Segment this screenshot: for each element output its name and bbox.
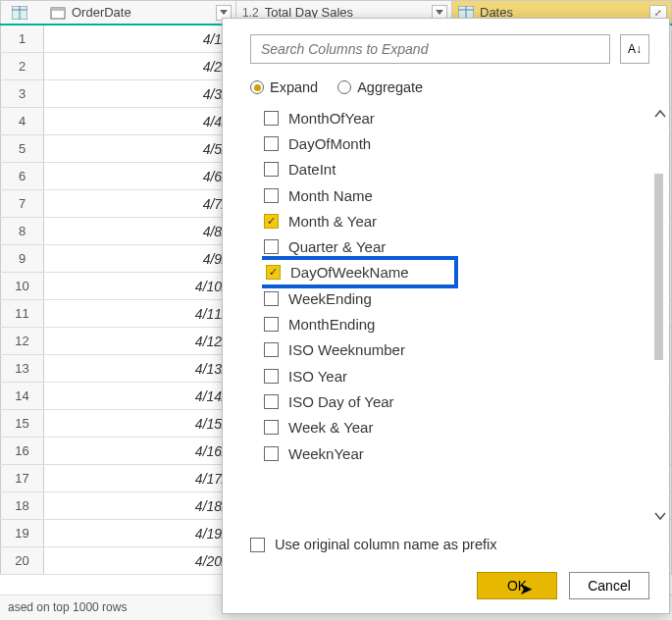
cell-orderdate: 4/5/: [44, 135, 236, 162]
checkbox-icon: [264, 420, 279, 435]
radio-aggregate[interactable]: Aggregate: [337, 79, 423, 95]
radio-label: Expand: [270, 79, 318, 95]
column-option[interactable]: ISO Day of Year: [262, 388, 638, 414]
row-number: 10: [0, 273, 44, 299]
cell-orderdate: 4/16/: [44, 438, 236, 464]
column-option-label: DateInt: [288, 161, 336, 178]
row-number: 15: [0, 410, 44, 437]
row-number: 6: [0, 163, 44, 189]
cancel-label: Cancel: [588, 578, 631, 594]
column-option-label: ISO Year: [288, 368, 347, 385]
checkbox-icon: [264, 446, 279, 461]
row-number: 4: [0, 108, 44, 134]
checkbox-icon: [264, 369, 279, 384]
column-option-label: MonthEnding: [288, 316, 375, 333]
cancel-button[interactable]: Cancel: [569, 572, 649, 599]
cell-orderdate: 4/3/: [44, 80, 236, 107]
ok-label: OK: [507, 578, 527, 594]
highlighted-option: DayOfWeekName: [262, 256, 458, 288]
cell-orderdate: 4/10/: [44, 273, 236, 299]
ok-button[interactable]: OK ➤: [477, 572, 557, 599]
column-option[interactable]: DateInt: [262, 157, 638, 182]
cell-orderdate: 4/13/: [44, 355, 236, 382]
cell-orderdate: 4/1/: [44, 26, 236, 52]
radio-expand[interactable]: Expand: [250, 79, 318, 95]
cell-orderdate: 4/6/: [44, 163, 236, 189]
column-option-label: Month Name: [288, 187, 373, 204]
row-number: 8: [0, 218, 44, 244]
checkbox-icon: [264, 291, 279, 306]
svg-rect-4: [51, 8, 65, 11]
cell-orderdate: 4/8/: [44, 218, 236, 244]
column-option-label: WeekEnding: [288, 290, 372, 307]
column-option[interactable]: DayOfWeekName: [262, 260, 638, 285]
column-option-label: DayOfMonth: [288, 135, 371, 152]
prefix-checkbox[interactable]: [250, 538, 265, 552]
scrollbar[interactable]: [651, 105, 669, 525]
row-number: 17: [0, 465, 44, 491]
sort-az-icon: A↓: [628, 42, 642, 56]
column-option-label: Month & Year: [288, 213, 377, 230]
cell-orderdate: 4/17/: [44, 465, 236, 491]
table-icon: [12, 6, 27, 20]
row-number: 14: [0, 383, 44, 409]
column-option[interactable]: Month & Year: [262, 208, 638, 233]
cell-orderdate: 4/14/: [44, 383, 236, 409]
checkbox-icon: [264, 111, 279, 126]
row-number: 20: [0, 547, 44, 574]
row-number: 18: [0, 492, 44, 519]
expand-columns-popup: A↓ Expand Aggregate MonthOfYearDayOfMont…: [222, 18, 670, 614]
row-number: 1: [0, 26, 44, 52]
cell-orderdate: 4/18/: [44, 492, 236, 519]
column-header-label: OrderDate: [72, 5, 131, 20]
status-text: ased on top 1000 rows: [8, 600, 127, 614]
row-number: 7: [0, 190, 44, 217]
search-input[interactable]: [250, 34, 610, 64]
cell-orderdate: 4/19/: [44, 520, 236, 546]
radio-label: Aggregate: [357, 79, 423, 95]
column-option-label: ISO Day of Year: [288, 393, 394, 410]
column-option-label: MonthOfYear: [288, 110, 375, 127]
row-number: 12: [0, 328, 44, 354]
checkbox-icon: [264, 342, 279, 357]
row-number: 19: [0, 520, 44, 546]
cell-orderdate: 4/11/: [44, 300, 236, 327]
cell-orderdate: 4/15/: [44, 410, 236, 437]
radio-icon: [337, 80, 351, 94]
column-header-orderdate[interactable]: OrderDate: [44, 1, 236, 24]
cell-orderdate: 4/9/: [44, 245, 236, 272]
scroll-down-icon[interactable]: [651, 507, 669, 525]
row-number: 11: [0, 300, 44, 327]
row-gutter-header[interactable]: [0, 1, 44, 24]
column-option-label: Quarter & Year: [288, 238, 386, 255]
column-list: MonthOfYearDayOfMonthDateIntMonth NameMo…: [262, 105, 651, 525]
scroll-up-icon[interactable]: [651, 105, 669, 123]
cell-orderdate: 4/2/: [44, 53, 236, 79]
column-option[interactable]: MonthOfYear: [262, 105, 638, 130]
calendar-icon: [50, 6, 66, 20]
column-option[interactable]: Month Name: [262, 182, 638, 208]
scroll-thumb[interactable]: [654, 174, 663, 360]
checkbox-icon: [264, 136, 279, 151]
column-option-label: DayOfWeekName: [290, 264, 409, 281]
checkbox-icon: [264, 188, 279, 203]
row-number: 16: [0, 438, 44, 464]
prefix-label: Use original column name as prefix: [275, 537, 496, 552]
row-number: 13: [0, 355, 44, 382]
row-number: 9: [0, 245, 44, 272]
row-number: 3: [0, 80, 44, 107]
column-option[interactable]: MonthEnding: [262, 311, 638, 336]
radio-icon: [250, 80, 264, 94]
column-option[interactable]: WeeknYear: [262, 440, 638, 466]
sort-button[interactable]: A↓: [620, 34, 649, 64]
column-option[interactable]: Week & Year: [262, 415, 638, 440]
cell-orderdate: 4/20/: [44, 547, 236, 574]
cell-orderdate: 4/12/: [44, 328, 236, 354]
column-option[interactable]: ISO Weeknumber: [262, 337, 638, 363]
column-option-label: Week & Year: [288, 419, 373, 436]
column-option[interactable]: ISO Year: [262, 363, 638, 388]
column-option[interactable]: DayOfMonth: [262, 130, 638, 156]
column-option[interactable]: WeekEnding: [262, 285, 638, 311]
row-number: 5: [0, 135, 44, 162]
cell-orderdate: 4/4/: [44, 108, 236, 134]
